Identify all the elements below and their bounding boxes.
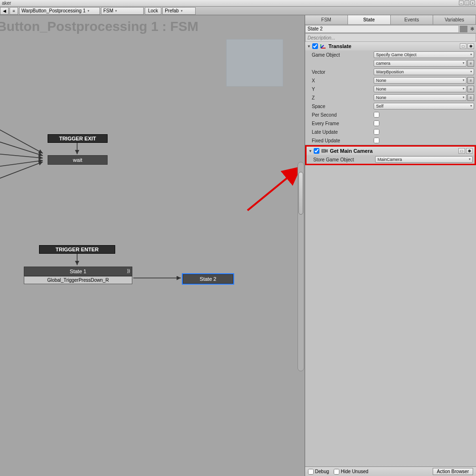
svg-line-2 bbox=[0, 153, 43, 158]
close-icon[interactable]: × bbox=[470, 0, 475, 5]
inspector-empty bbox=[305, 165, 476, 466]
tab-events[interactable]: Events bbox=[391, 15, 434, 24]
back-button[interactable]: ◀ bbox=[0, 7, 9, 15]
var-toggle-button[interactable]: ≡ bbox=[467, 77, 474, 84]
node-sub: Global_TriggerPressDown_R bbox=[24, 276, 132, 284]
ghost-panel bbox=[226, 39, 283, 87]
var-toggle-button[interactable]: ≡ bbox=[467, 60, 474, 67]
node-body: wait bbox=[48, 155, 108, 165]
window-title: aker bbox=[2, 0, 11, 6]
node-header: TRIGGER ENTER bbox=[39, 245, 115, 254]
list-button[interactable]: ≡ bbox=[10, 7, 18, 15]
fold-icon[interactable]: ▼ bbox=[308, 149, 312, 153]
action-enabled-checkbox[interactable] bbox=[312, 43, 318, 49]
prop-fixed-update: Fixed Update bbox=[305, 136, 476, 145]
svg-line-4 bbox=[0, 162, 43, 182]
window-title-bar: aker – □ × bbox=[0, 0, 476, 7]
prop-store-game-object: Store Game Object MainCamera bbox=[307, 155, 475, 164]
node-header: TRIGGER EXIT bbox=[48, 134, 108, 143]
hide-unused-checkbox[interactable] bbox=[334, 469, 339, 475]
hide-unused-checkbox-label[interactable]: Hide Unused bbox=[334, 469, 368, 475]
toolbar: ◀ ≡ WarpButton_Postprocessing 1 FSM Lock… bbox=[0, 7, 476, 15]
inspector-panel: FSM State Events Variables ✻ ▼ Translate… bbox=[305, 15, 476, 476]
node-body: State 1)) bbox=[24, 267, 132, 276]
action-header[interactable]: ▼ Get Main Camera □ ✻ bbox=[307, 147, 475, 155]
action-translate: ▼ Translate □ ✻ Game Object Specify Game… bbox=[305, 42, 476, 145]
tab-fsm[interactable]: FSM bbox=[305, 15, 348, 24]
camera-dropdown[interactable]: camera bbox=[374, 60, 466, 67]
inspector-tabs: FSM State Events Variables bbox=[305, 15, 476, 25]
x-dropdown[interactable]: None bbox=[374, 77, 466, 84]
fsm-canvas[interactable]: arpButton_Postprocessing 1 : FSM TRIGGER… bbox=[0, 15, 305, 476]
store-dropdown[interactable]: MainCamera bbox=[375, 156, 473, 163]
description-input[interactable] bbox=[305, 33, 476, 42]
node-state2[interactable]: State 2 bbox=[182, 273, 234, 285]
prop-per-second: Per Second bbox=[305, 110, 476, 119]
y-dropdown[interactable]: None bbox=[374, 86, 466, 92]
prop-y: Y None≡ bbox=[305, 85, 476, 93]
action-header[interactable]: ▼ Translate □ ✻ bbox=[305, 42, 476, 50]
window-controls: – □ × bbox=[459, 0, 475, 5]
tab-variables[interactable]: Variables bbox=[433, 15, 476, 24]
fold-icon[interactable]: ▼ bbox=[307, 44, 311, 49]
prop-game-object: Game Object Specify Game Object bbox=[305, 50, 476, 59]
prefab-dropdown[interactable]: Prefab bbox=[162, 7, 196, 15]
gear-icon[interactable]: ✻ bbox=[467, 43, 474, 49]
game-object-dropdown[interactable]: Specify Game Object bbox=[374, 51, 474, 58]
node-trigger-enter[interactable]: TRIGGER ENTER bbox=[39, 245, 115, 254]
svg-line-0 bbox=[0, 125, 43, 153]
object-dropdown[interactable]: WarpButton_Postprocessing 1 bbox=[19, 7, 100, 15]
tab-state[interactable]: State bbox=[348, 15, 391, 24]
scrollbar-thumb[interactable] bbox=[298, 172, 303, 215]
prop-every-frame: Every Frame bbox=[305, 119, 476, 128]
prop-x: X None≡ bbox=[305, 76, 476, 85]
inspector-bottom-bar: Debug Hide Unused Action Browser bbox=[305, 466, 476, 476]
action-enabled-checkbox[interactable] bbox=[314, 148, 319, 154]
per-second-checkbox[interactable] bbox=[374, 112, 379, 118]
svg-line-3 bbox=[0, 160, 43, 168]
debug-checkbox-label[interactable]: Debug bbox=[308, 469, 329, 475]
every-frame-checkbox[interactable] bbox=[374, 120, 379, 126]
lock-button[interactable]: Lock bbox=[145, 7, 161, 15]
var-toggle-button[interactable]: ≡ bbox=[467, 86, 474, 92]
settings-gear-icon[interactable]: ✻ bbox=[468, 26, 476, 32]
prop-vector: Vector WarpBposition bbox=[305, 68, 476, 76]
prop-game-object-sub: camera≡ bbox=[305, 59, 476, 68]
fixed-update-checkbox[interactable] bbox=[374, 138, 379, 143]
action-title: Translate bbox=[328, 43, 351, 49]
late-update-checkbox[interactable] bbox=[374, 129, 379, 135]
action-title: Get Main Camera bbox=[330, 148, 373, 154]
help-icon[interactable]: □ bbox=[458, 148, 465, 154]
state-name-row: ✻ bbox=[305, 25, 476, 33]
maximize-icon[interactable]: □ bbox=[465, 0, 469, 5]
canvas-title: arpButton_Postprocessing 1 : FSM bbox=[0, 19, 198, 34]
debug-checkbox[interactable] bbox=[308, 469, 314, 475]
space-dropdown[interactable]: Self bbox=[374, 103, 474, 109]
fsm-dropdown[interactable]: FSM bbox=[101, 7, 144, 15]
description-row bbox=[305, 33, 476, 42]
action-browser-button[interactable]: Action Browser bbox=[433, 468, 473, 475]
node-state1[interactable]: State 1)) Global_TriggerPressDown_R bbox=[24, 267, 132, 284]
gear-icon[interactable]: ✻ bbox=[466, 148, 473, 154]
help-icon[interactable]: □ bbox=[460, 43, 466, 49]
z-dropdown[interactable]: None bbox=[374, 94, 466, 101]
var-toggle-button[interactable]: ≡ bbox=[467, 94, 474, 101]
annotation-arrow bbox=[238, 163, 305, 215]
node-wait[interactable]: wait bbox=[48, 155, 108, 165]
state-name-input[interactable] bbox=[305, 25, 459, 33]
node-trigger-exit[interactable]: TRIGGER EXIT bbox=[48, 134, 108, 143]
color-swatch[interactable] bbox=[460, 26, 467, 32]
svg-line-1 bbox=[0, 139, 43, 156]
action-get-main-camera: ▼ Get Main Camera □ ✻ Store Game Object … bbox=[305, 145, 476, 165]
minimize-icon[interactable]: – bbox=[459, 0, 464, 5]
node-body: State 2 bbox=[183, 274, 233, 284]
canvas-scrollbar[interactable] bbox=[298, 162, 304, 371]
svg-rect-12 bbox=[322, 149, 326, 152]
prop-space: Space Self bbox=[305, 102, 476, 110]
camera-icon bbox=[321, 148, 328, 154]
svg-line-8 bbox=[248, 168, 300, 210]
vector-dropdown[interactable]: WarpBposition bbox=[374, 69, 474, 75]
prop-late-update: Late Update bbox=[305, 128, 476, 136]
translate-icon bbox=[320, 43, 327, 49]
prop-z: Z None≡ bbox=[305, 93, 476, 102]
